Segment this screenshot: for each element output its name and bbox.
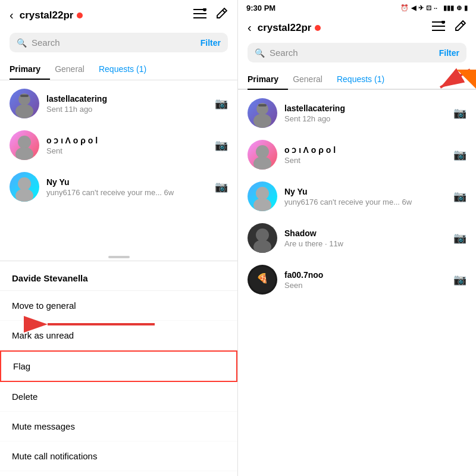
left-tabs: Primary General Requests (1) [0,60,237,80]
status-icons: ⏰ ◀ ✈ ⊡ ·· ▮▮▮ ⊕ ▮ [400,4,468,12]
right-list-icon[interactable] [432,21,445,35]
message-preview: Seen [284,281,446,290]
camera-icon: 📷 [453,190,466,203]
right-panel: 9:30 PM ⏰ ◀ ✈ ⊡ ·· ▮▮▮ ⊕ ▮ ‹ crystal22pr [238,0,476,476]
battery-icon: ▮ [464,4,468,12]
right-search-icon: 🔍 [255,48,265,58]
svg-point-27 [253,198,271,211]
message-preview: Sent 12h ago [284,114,446,123]
username-label: crystal22pr [20,10,74,21]
list-item[interactable]: Shadow Are u there · 11w 📷 [238,217,476,259]
avatar [248,223,277,253]
camera-icon: 📷 [453,148,466,161]
right-compose-icon[interactable] [453,20,466,36]
right-tab-requests[interactable]: Requests (1) [337,70,394,89]
svg-point-22 [253,114,271,128]
list-item[interactable]: ο ͻ ι Λ ο ρ ο l Sent 📷 [0,124,237,166]
list-item[interactable]: Ny Yu yuny6176 can't receive your me... … [238,176,476,217]
orange-triangle-indicator [457,70,476,89]
svg-text:🍕: 🍕 [256,273,268,284]
left-message-list: lastellacatering Sent 11h ago 📷 ο ͻ ι Λ … [0,83,237,252]
svg-point-25 [253,156,271,170]
alarm-icon: ⏰ [400,4,409,12]
svg-point-29 [253,240,271,253]
right-filter-button[interactable]: Filter [439,48,459,58]
right-header: ‹ crystal22pr [238,15,476,40]
header-icons [193,7,228,23]
back-button[interactable]: ‹ [10,8,14,22]
camera-icon: 📷 [453,231,466,245]
filter-button[interactable]: Filter [201,38,221,48]
username-area: crystal22pr [20,10,187,21]
svg-point-9 [15,147,33,160]
message-preview: Are u there · 11w [284,239,446,248]
message-info: fa00.7noo Seen [284,270,446,290]
context-flag[interactable]: Flag [0,350,237,382]
compose-icon[interactable] [215,7,228,23]
right-search-placeholder: Search [270,48,298,58]
svg-point-10 [18,177,31,190]
context-move-to-general[interactable]: Move to general [0,291,237,321]
list-item[interactable]: ο ͻ ι Λ ο ρ ο l Sent 📷 [238,134,476,176]
search-placeholder: Search [32,37,60,48]
tab-general[interactable]: General [55,60,94,80]
contact-name: fa00.7noo [284,270,446,280]
context-mark-unread[interactable]: Mark as unread [0,321,237,350]
svg-line-18 [461,23,464,25]
nav-icon: ◀ [411,4,416,12]
contact-name: lastellacatering [284,104,446,113]
right-username-area: crystal22pr [258,22,426,34]
right-search-bar[interactable]: 🔍 Search Filter [248,43,466,62]
contact-name: Ny Yu [284,187,446,196]
right-message-list: lastellacatering Sent 12h ago 📷 ο ͻ ι Λ … [238,92,476,476]
message-info: Ny Yu yuny6176 can't receive your me... … [284,187,446,206]
contact-name: Shadow [284,228,446,238]
avatar [10,130,39,160]
search-icon: 🔍 [17,38,27,48]
right-tab-general[interactable]: General [293,70,332,89]
camera-icon: 📷 [453,273,466,286]
context-mute-calls[interactable]: Mute call notifications [0,441,237,471]
message-info: lastellacatering Sent 11h ago [46,94,208,114]
right-online-indicator [315,25,321,31]
instagram-icon: ⊡ [426,4,431,12]
list-icon[interactable] [193,8,206,22]
dots-icon: ·· [434,5,437,12]
svg-point-6 [15,104,33,118]
avatar [10,89,39,118]
context-delete[interactable]: Delete [0,382,237,412]
avatar: 🍕 [248,265,277,295]
right-tab-primary[interactable]: Primary [248,70,288,90]
list-item[interactable]: lastellacatering Sent 11h ago 📷 [0,83,237,124]
drag-handle [108,256,130,258]
list-item[interactable]: Ny Yu yuny6176 can't receive your me... … [0,166,237,208]
message-preview: Sent 11h ago [46,105,208,114]
message-preview: yuny6176 can't receive your me... 6w [284,198,446,206]
right-back-button[interactable]: ‹ [248,21,252,35]
left-header: ‹ crystal22pr [0,0,237,30]
avatar [248,140,277,170]
avatar [248,98,277,128]
svg-rect-7 [20,95,29,97]
message-info: lastellacatering Sent 12h ago [284,104,446,123]
tab-requests[interactable]: Requests (1) [99,60,156,80]
message-info: Shadow Are u there · 11w [284,228,446,248]
context-mute-messages[interactable]: Mute messages [0,412,237,441]
avatar [248,181,277,211]
status-bar: 9:30 PM ⏰ ◀ ✈ ⊡ ·· ▮▮▮ ⊕ ▮ [238,0,476,15]
svg-point-17 [441,21,445,24]
svg-point-28 [256,228,269,242]
status-time: 9:30 PM [246,4,275,12]
camera-icon: 📷 [453,107,466,120]
message-preview: Sent [284,156,446,165]
svg-line-4 [223,10,225,12]
avatar [10,172,39,202]
list-item[interactable]: 🍕 fa00.7noo Seen 📷 [238,259,476,300]
wifi-icon: ⊕ [456,4,462,12]
svg-point-24 [256,145,269,158]
right-tabs-container: Primary General Requests (1) [238,70,476,92]
svg-rect-23 [258,104,267,107]
svg-point-3 [203,8,206,11]
left-search-bar[interactable]: 🔍 Search Filter [10,33,228,52]
tab-primary[interactable]: Primary [10,60,50,80]
